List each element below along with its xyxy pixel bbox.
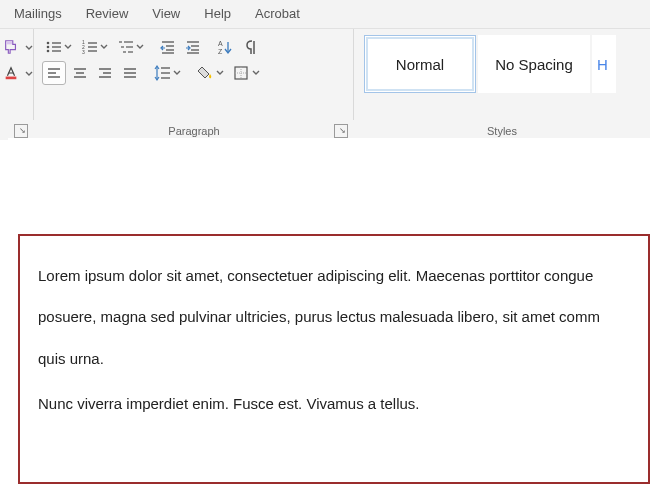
svg-point-3 [47, 42, 50, 45]
paragraph-line[interactable]: Lorem ipsum dolor sit amet, consectetuer… [38, 258, 648, 293]
show-marks-button[interactable] [239, 35, 261, 59]
tab-help[interactable]: Help [192, 0, 243, 28]
chevron-down-icon [25, 66, 33, 80]
chevron-down-icon [25, 40, 33, 54]
increase-indent-button[interactable] [182, 35, 204, 59]
svg-rect-0 [7, 42, 12, 45]
svg-rect-2 [6, 77, 17, 80]
font-group [0, 29, 34, 120]
borders-button[interactable] [230, 61, 263, 85]
paragraph-line[interactable]: Nunc viverra imperdiet enim. Fusce est. … [38, 386, 648, 421]
svg-point-5 [47, 50, 50, 53]
bullets-button[interactable] [42, 35, 75, 59]
paragraph-line[interactable]: posuere, magna sed pulvinar ultricies, p… [38, 299, 648, 334]
align-center-button[interactable] [69, 61, 91, 85]
sort-button[interactable]: AZ [214, 35, 236, 59]
styles-group: Normal No Spacing H [354, 29, 650, 120]
chevron-down-icon [252, 70, 260, 76]
document-page[interactable]: Lorem ipsum dolor sit amet, consectetuer… [8, 138, 650, 500]
style-nospacing[interactable]: No Spacing [478, 35, 590, 93]
shading-button[interactable] [194, 61, 227, 85]
chevron-down-icon [136, 44, 144, 50]
ribbon-tabs: Mailings Review View Help Acrobat [0, 0, 650, 28]
format-painter-button[interactable] [0, 35, 22, 59]
justify-button[interactable] [119, 61, 141, 85]
align-left-button[interactable] [42, 61, 66, 85]
tab-view[interactable]: View [140, 0, 192, 28]
tab-acrobat[interactable]: Acrobat [243, 0, 312, 28]
selected-text-box[interactable]: Lorem ipsum dolor sit amet, consectetuer… [18, 234, 650, 484]
style-normal[interactable]: Normal [364, 35, 476, 93]
line-spacing-button[interactable] [151, 61, 184, 85]
multilevel-list-button[interactable] [114, 35, 147, 59]
numbering-button[interactable]: 123 [78, 35, 111, 59]
chevron-down-icon [216, 70, 224, 76]
align-right-button[interactable] [94, 61, 116, 85]
styles-group-label: Styles [487, 125, 517, 137]
svg-point-4 [47, 46, 50, 49]
svg-text:Z: Z [218, 48, 223, 55]
chevron-down-icon [64, 44, 72, 50]
paragraph-dialog-launcher[interactable]: ↘ [334, 124, 348, 138]
svg-text:3: 3 [82, 49, 85, 55]
paragraph-group: 123 AZ [34, 29, 354, 120]
chevron-down-icon [100, 44, 108, 50]
font-dialog-launcher[interactable]: ↘ [14, 124, 28, 138]
paragraph-group-label: Paragraph [168, 125, 219, 137]
font-color-button[interactable] [0, 61, 22, 85]
tab-review[interactable]: Review [74, 0, 141, 28]
decrease-indent-button[interactable] [157, 35, 179, 59]
style-heading1[interactable]: H [592, 35, 616, 93]
svg-text:A: A [218, 40, 223, 47]
document-area[interactable]: Lorem ipsum dolor sit amet, consectetuer… [0, 140, 650, 500]
tab-mailings[interactable]: Mailings [2, 0, 74, 28]
paragraph-line[interactable]: quis urna. [38, 341, 648, 376]
chevron-down-icon [173, 70, 181, 76]
